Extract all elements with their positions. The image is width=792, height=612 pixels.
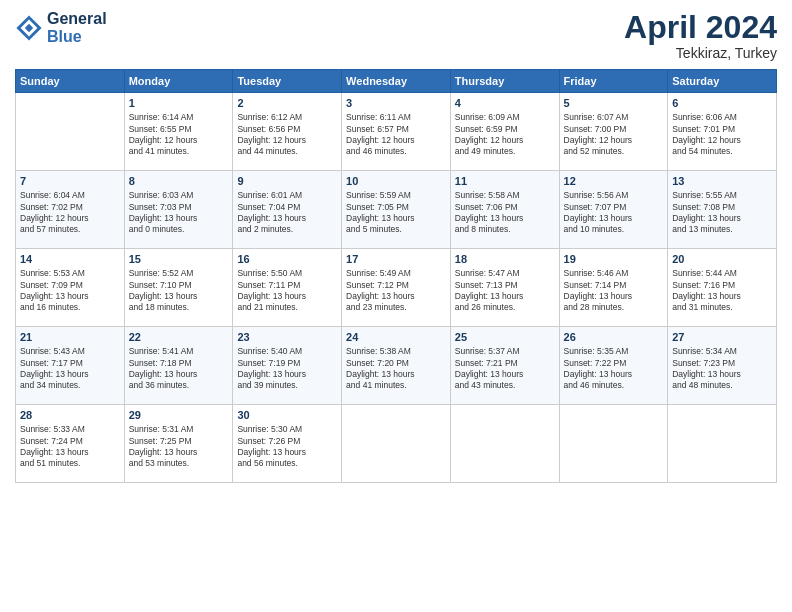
location: Tekkiraz, Turkey	[624, 45, 777, 61]
day-number: 15	[129, 252, 229, 267]
cell-info: Sunrise: 6:06 AM Sunset: 7:01 PM Dayligh…	[672, 112, 772, 158]
calendar-cell: 12Sunrise: 5:56 AM Sunset: 7:07 PM Dayli…	[559, 171, 668, 249]
weekday-header-monday: Monday	[124, 70, 233, 93]
calendar-cell: 6Sunrise: 6:06 AM Sunset: 7:01 PM Daylig…	[668, 93, 777, 171]
calendar-cell: 2Sunrise: 6:12 AM Sunset: 6:56 PM Daylig…	[233, 93, 342, 171]
day-number: 7	[20, 174, 120, 189]
day-number: 2	[237, 96, 337, 111]
day-number: 13	[672, 174, 772, 189]
day-number: 25	[455, 330, 555, 345]
calendar-cell	[668, 405, 777, 483]
day-number: 10	[346, 174, 446, 189]
day-number: 14	[20, 252, 120, 267]
cell-info: Sunrise: 5:55 AM Sunset: 7:08 PM Dayligh…	[672, 190, 772, 236]
cell-info: Sunrise: 5:52 AM Sunset: 7:10 PM Dayligh…	[129, 268, 229, 314]
day-number: 17	[346, 252, 446, 267]
week-row-4: 21Sunrise: 5:43 AM Sunset: 7:17 PM Dayli…	[16, 327, 777, 405]
cell-info: Sunrise: 5:50 AM Sunset: 7:11 PM Dayligh…	[237, 268, 337, 314]
week-row-5: 28Sunrise: 5:33 AM Sunset: 7:24 PM Dayli…	[16, 405, 777, 483]
day-number: 20	[672, 252, 772, 267]
calendar-cell: 22Sunrise: 5:41 AM Sunset: 7:18 PM Dayli…	[124, 327, 233, 405]
calendar-cell: 25Sunrise: 5:37 AM Sunset: 7:21 PM Dayli…	[450, 327, 559, 405]
cell-info: Sunrise: 5:53 AM Sunset: 7:09 PM Dayligh…	[20, 268, 120, 314]
calendar-cell: 7Sunrise: 6:04 AM Sunset: 7:02 PM Daylig…	[16, 171, 125, 249]
calendar-cell: 5Sunrise: 6:07 AM Sunset: 7:00 PM Daylig…	[559, 93, 668, 171]
month-title: April 2024	[624, 10, 777, 45]
calendar-table: SundayMondayTuesdayWednesdayThursdayFrid…	[15, 69, 777, 483]
cell-info: Sunrise: 5:59 AM Sunset: 7:05 PM Dayligh…	[346, 190, 446, 236]
day-number: 28	[20, 408, 120, 423]
cell-info: Sunrise: 5:49 AM Sunset: 7:12 PM Dayligh…	[346, 268, 446, 314]
cell-info: Sunrise: 5:56 AM Sunset: 7:07 PM Dayligh…	[564, 190, 664, 236]
day-number: 19	[564, 252, 664, 267]
calendar-cell: 30Sunrise: 5:30 AM Sunset: 7:26 PM Dayli…	[233, 405, 342, 483]
calendar-cell: 16Sunrise: 5:50 AM Sunset: 7:11 PM Dayli…	[233, 249, 342, 327]
day-number: 23	[237, 330, 337, 345]
cell-info: Sunrise: 5:40 AM Sunset: 7:19 PM Dayligh…	[237, 346, 337, 392]
calendar-cell: 23Sunrise: 5:40 AM Sunset: 7:19 PM Dayli…	[233, 327, 342, 405]
weekday-header-sunday: Sunday	[16, 70, 125, 93]
calendar-cell: 15Sunrise: 5:52 AM Sunset: 7:10 PM Dayli…	[124, 249, 233, 327]
weekday-header-row: SundayMondayTuesdayWednesdayThursdayFrid…	[16, 70, 777, 93]
day-number: 24	[346, 330, 446, 345]
calendar-cell: 8Sunrise: 6:03 AM Sunset: 7:03 PM Daylig…	[124, 171, 233, 249]
week-row-3: 14Sunrise: 5:53 AM Sunset: 7:09 PM Dayli…	[16, 249, 777, 327]
header: General Blue April 2024 Tekkiraz, Turkey	[15, 10, 777, 61]
page: General Blue April 2024 Tekkiraz, Turkey…	[0, 0, 792, 612]
day-number: 27	[672, 330, 772, 345]
cell-info: Sunrise: 6:07 AM Sunset: 7:00 PM Dayligh…	[564, 112, 664, 158]
cell-info: Sunrise: 5:38 AM Sunset: 7:20 PM Dayligh…	[346, 346, 446, 392]
cell-info: Sunrise: 6:03 AM Sunset: 7:03 PM Dayligh…	[129, 190, 229, 236]
week-row-1: 1Sunrise: 6:14 AM Sunset: 6:55 PM Daylig…	[16, 93, 777, 171]
day-number: 1	[129, 96, 229, 111]
day-number: 12	[564, 174, 664, 189]
calendar-cell: 20Sunrise: 5:44 AM Sunset: 7:16 PM Dayli…	[668, 249, 777, 327]
weekday-header-tuesday: Tuesday	[233, 70, 342, 93]
cell-info: Sunrise: 5:34 AM Sunset: 7:23 PM Dayligh…	[672, 346, 772, 392]
cell-info: Sunrise: 5:35 AM Sunset: 7:22 PM Dayligh…	[564, 346, 664, 392]
week-row-2: 7Sunrise: 6:04 AM Sunset: 7:02 PM Daylig…	[16, 171, 777, 249]
calendar-cell: 13Sunrise: 5:55 AM Sunset: 7:08 PM Dayli…	[668, 171, 777, 249]
cell-info: Sunrise: 5:58 AM Sunset: 7:06 PM Dayligh…	[455, 190, 555, 236]
weekday-header-wednesday: Wednesday	[342, 70, 451, 93]
cell-info: Sunrise: 5:37 AM Sunset: 7:21 PM Dayligh…	[455, 346, 555, 392]
cell-info: Sunrise: 6:09 AM Sunset: 6:59 PM Dayligh…	[455, 112, 555, 158]
calendar-cell	[342, 405, 451, 483]
calendar-cell: 28Sunrise: 5:33 AM Sunset: 7:24 PM Dayli…	[16, 405, 125, 483]
cell-info: Sunrise: 5:33 AM Sunset: 7:24 PM Dayligh…	[20, 424, 120, 470]
cell-info: Sunrise: 5:46 AM Sunset: 7:14 PM Dayligh…	[564, 268, 664, 314]
cell-info: Sunrise: 5:43 AM Sunset: 7:17 PM Dayligh…	[20, 346, 120, 392]
calendar-cell: 14Sunrise: 5:53 AM Sunset: 7:09 PM Dayli…	[16, 249, 125, 327]
cell-info: Sunrise: 5:30 AM Sunset: 7:26 PM Dayligh…	[237, 424, 337, 470]
calendar-cell: 17Sunrise: 5:49 AM Sunset: 7:12 PM Dayli…	[342, 249, 451, 327]
calendar-cell: 27Sunrise: 5:34 AM Sunset: 7:23 PM Dayli…	[668, 327, 777, 405]
cell-info: Sunrise: 6:01 AM Sunset: 7:04 PM Dayligh…	[237, 190, 337, 236]
weekday-header-friday: Friday	[559, 70, 668, 93]
day-number: 30	[237, 408, 337, 423]
cell-info: Sunrise: 5:44 AM Sunset: 7:16 PM Dayligh…	[672, 268, 772, 314]
calendar-cell	[16, 93, 125, 171]
day-number: 6	[672, 96, 772, 111]
cell-info: Sunrise: 5:31 AM Sunset: 7:25 PM Dayligh…	[129, 424, 229, 470]
cell-info: Sunrise: 6:14 AM Sunset: 6:55 PM Dayligh…	[129, 112, 229, 158]
calendar-cell: 4Sunrise: 6:09 AM Sunset: 6:59 PM Daylig…	[450, 93, 559, 171]
cell-info: Sunrise: 5:41 AM Sunset: 7:18 PM Dayligh…	[129, 346, 229, 392]
day-number: 8	[129, 174, 229, 189]
day-number: 5	[564, 96, 664, 111]
calendar-cell: 3Sunrise: 6:11 AM Sunset: 6:57 PM Daylig…	[342, 93, 451, 171]
calendar-cell: 19Sunrise: 5:46 AM Sunset: 7:14 PM Dayli…	[559, 249, 668, 327]
day-number: 29	[129, 408, 229, 423]
logo: General Blue	[15, 10, 107, 45]
logo-text: General Blue	[47, 10, 107, 45]
calendar-cell: 10Sunrise: 5:59 AM Sunset: 7:05 PM Dayli…	[342, 171, 451, 249]
calendar-cell	[559, 405, 668, 483]
calendar-cell: 21Sunrise: 5:43 AM Sunset: 7:17 PM Dayli…	[16, 327, 125, 405]
cell-info: Sunrise: 6:11 AM Sunset: 6:57 PM Dayligh…	[346, 112, 446, 158]
day-number: 3	[346, 96, 446, 111]
day-number: 11	[455, 174, 555, 189]
day-number: 21	[20, 330, 120, 345]
calendar-cell: 11Sunrise: 5:58 AM Sunset: 7:06 PM Dayli…	[450, 171, 559, 249]
calendar-cell	[450, 405, 559, 483]
cell-info: Sunrise: 6:12 AM Sunset: 6:56 PM Dayligh…	[237, 112, 337, 158]
calendar-cell: 9Sunrise: 6:01 AM Sunset: 7:04 PM Daylig…	[233, 171, 342, 249]
